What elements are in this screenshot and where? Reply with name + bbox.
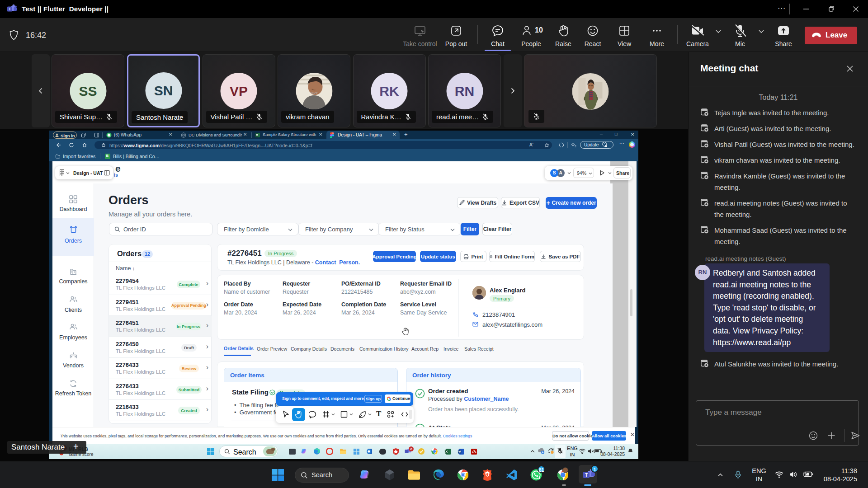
svg-text:T: T [585, 473, 588, 478]
svg-text:T: T [9, 7, 11, 11]
